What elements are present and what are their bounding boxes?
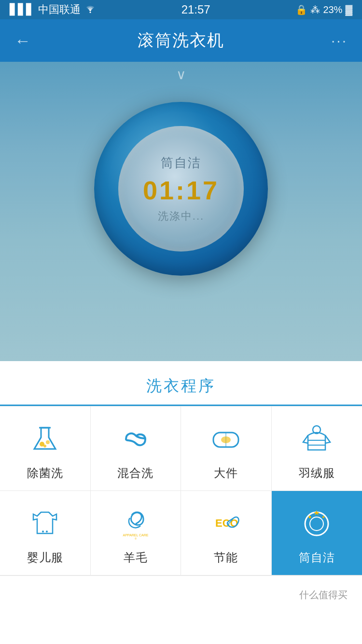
bacteria-label: 除菌洗 bbox=[27, 465, 63, 481]
large-icon bbox=[207, 420, 245, 459]
program-cell-eco[interactable]: ECO 节能 bbox=[181, 491, 272, 575]
down-icon bbox=[297, 420, 336, 459]
svg-point-18 bbox=[322, 516, 324, 518]
more-button[interactable]: ··· bbox=[331, 32, 348, 49]
battery-label: 23% bbox=[323, 4, 342, 15]
baby-icon bbox=[26, 504, 64, 543]
svg-text:APPAREL CARE: APPAREL CARE bbox=[123, 533, 148, 537]
svg-point-3 bbox=[46, 440, 50, 444]
down-label: 羽绒服 bbox=[299, 465, 335, 481]
drum-status: 洗涤中... bbox=[158, 209, 204, 224]
bacteria-icon bbox=[26, 420, 64, 459]
status-bar-right: 🔒 ⁂ 23% ▓ bbox=[295, 4, 352, 15]
svg-point-10 bbox=[42, 531, 44, 532]
program-cell-bacteria[interactable]: 除菌洗 bbox=[0, 406, 91, 491]
back-button[interactable]: ← bbox=[14, 31, 31, 50]
program-cell-baby[interactable]: 婴儿服 bbox=[0, 491, 91, 575]
svg-point-0 bbox=[90, 12, 91, 13]
wifi-icon bbox=[84, 3, 96, 16]
carrier-label: 中国联通 bbox=[38, 2, 81, 17]
program-grid: 除菌洗 混合洗 大件 bbox=[0, 406, 362, 575]
bottom-nav-text: 什么值得买 bbox=[299, 588, 348, 602]
lock-icon: 🔒 bbox=[295, 4, 307, 15]
svg-point-11 bbox=[46, 531, 48, 532]
large-label: 大件 bbox=[214, 465, 238, 481]
drum-clean-label: 筒自洁 bbox=[299, 550, 335, 565]
drum-visual-area: ∨ 筒自洁 01:17 洗涤中... bbox=[0, 62, 362, 361]
battery-icon: ▓ bbox=[345, 4, 352, 15]
svg-point-17 bbox=[309, 516, 311, 518]
app-header: ← 滚筒洗衣机 ··· bbox=[0, 19, 362, 62]
svg-text:®: ® bbox=[135, 537, 137, 540]
status-bar-left: ▋▋▋ 中国联通 bbox=[10, 2, 96, 17]
bottom-section: 洗衣程序 除菌洗 bbox=[0, 361, 362, 614]
mixed-label: 混合洗 bbox=[117, 465, 153, 481]
mixed-icon bbox=[116, 420, 155, 459]
wool-label: 羊毛 bbox=[124, 550, 148, 565]
program-cell-drum[interactable]: 筒自洁 bbox=[272, 491, 362, 575]
drum-timer: 01:17 bbox=[143, 175, 219, 205]
drum-outer-ring: 筒自洁 01:17 洗涤中... bbox=[94, 102, 268, 276]
program-cell-large[interactable]: 大件 bbox=[181, 406, 272, 491]
signal-icon: ▋▋▋ bbox=[10, 3, 34, 16]
bluetooth-icon: ⁂ bbox=[310, 4, 320, 15]
drum-clean-icon bbox=[297, 504, 336, 543]
program-cell-wool[interactable]: APPAREL CARE ® 羊毛 bbox=[91, 491, 181, 575]
wool-icon: APPAREL CARE ® bbox=[116, 504, 155, 543]
svg-point-15 bbox=[305, 512, 328, 535]
status-bar: ▋▋▋ 中国联通 21:57 🔒 ⁂ 23% ▓ bbox=[0, 0, 362, 19]
baby-label: 婴儿服 bbox=[27, 550, 63, 565]
svg-point-6 bbox=[221, 436, 231, 443]
drum-inner-circle: 筒自洁 01:17 洗涤中... bbox=[118, 126, 244, 252]
page-title: 滚筒洗衣机 bbox=[138, 29, 224, 52]
collapse-arrow[interactable]: ∨ bbox=[176, 67, 186, 83]
section-title: 洗衣程序 bbox=[146, 377, 216, 394]
drum-mode-label: 筒自洁 bbox=[161, 154, 201, 171]
status-bar-time: 21:57 bbox=[181, 3, 210, 16]
svg-point-16 bbox=[310, 517, 323, 531]
svg-point-4 bbox=[43, 445, 46, 448]
program-cell-mixed[interactable]: 混合洗 bbox=[91, 406, 181, 491]
eco-label: 节能 bbox=[214, 550, 238, 565]
section-title-area: 洗衣程序 bbox=[0, 361, 362, 406]
program-cell-down[interactable]: 羽绒服 bbox=[272, 406, 362, 491]
bottom-nav: 什么值得买 bbox=[0, 575, 362, 614]
eco-icon: ECO bbox=[207, 504, 245, 543]
